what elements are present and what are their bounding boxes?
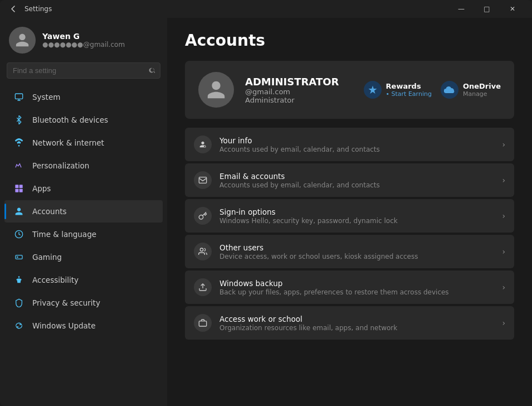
backup-title: Windows backup <box>219 279 494 288</box>
work-desc: Organization resources like email, apps,… <box>219 324 494 332</box>
onedrive-action[interactable]: OneDrive Manage <box>441 81 501 99</box>
sidebar-item-accounts[interactable]: Accounts <box>4 200 163 223</box>
onedrive-label: OneDrive <box>463 82 501 90</box>
onedrive-sub: Manage <box>463 90 501 98</box>
work-icon <box>194 314 212 332</box>
sidebar-user: Yawen G ●●●●●●●@gmail.com <box>0 18 167 60</box>
window-title: Settings <box>25 5 448 13</box>
user-name: Yawen G <box>42 32 125 41</box>
gaming-icon <box>13 252 25 263</box>
sidebar-item-label: Accessibility <box>32 276 79 284</box>
sidebar-item-label: Accounts <box>32 207 67 216</box>
nav-list: System Bluetooth & devices Network & int… <box>0 85 167 337</box>
key-icon <box>194 207 212 225</box>
sidebar-item-label: Personalization <box>32 161 89 170</box>
user-email: ●●●●●●●@gmail.com <box>42 41 125 49</box>
sidebar-item-label: Network & internet <box>32 138 104 147</box>
rewards-action[interactable]: Rewards • Start Earning <box>364 81 432 99</box>
backup-icon <box>194 278 212 296</box>
signin-desc: Windows Hello, security key, password, d… <box>219 217 494 225</box>
work-title: Access work or school <box>219 315 494 323</box>
search-box <box>7 62 160 79</box>
other-users-title: Other users <box>219 243 494 252</box>
close-button[interactable]: ✕ <box>500 0 525 18</box>
svg-point-9 <box>200 248 203 251</box>
settings-item-backup[interactable]: Windows backup Back up your files, apps,… <box>185 270 514 304</box>
sidebar-item-gaming[interactable]: Gaming <box>4 246 163 268</box>
profile-role: Administrator <box>245 96 353 104</box>
other-users-desc: Device access, work or school users, kio… <box>219 253 494 260</box>
settings-item-email[interactable]: Email & accounts Accounts used by email,… <box>185 163 514 197</box>
svg-rect-3 <box>15 189 18 192</box>
email-desc: Accounts used by email, calendar, and co… <box>219 181 494 189</box>
svg-rect-4 <box>19 189 23 192</box>
profile-card: ADMINISTRATOR @gmail.com Administrator R… <box>185 61 514 119</box>
chevron-right-icon: › <box>502 211 505 220</box>
privacy-icon <box>13 297 25 308</box>
email-icon <box>194 171 212 189</box>
avatar <box>9 27 36 54</box>
your-info-title: Your info <box>219 136 494 145</box>
sidebar-item-label: Windows Update <box>32 321 95 330</box>
accounts-icon <box>13 206 25 217</box>
main-content: Accounts ADMINISTRATOR @gmail.com Admini… <box>167 18 532 406</box>
minimize-button[interactable]: — <box>448 0 474 18</box>
sidebar-item-accessibility[interactable]: Accessibility <box>4 269 163 291</box>
sidebar-item-privacy[interactable]: Privacy & security <box>4 292 163 314</box>
sidebar-item-label: Privacy & security <box>32 298 100 307</box>
system-icon <box>13 91 25 103</box>
content-area: Yawen G ●●●●●●●@gmail.com System <box>0 18 532 406</box>
sidebar-item-personalization[interactable]: Personalization <box>4 154 163 177</box>
network-icon <box>13 137 25 148</box>
sidebar-item-update[interactable]: Windows Update <box>4 315 163 337</box>
other-users-text: Other users Device access, work or schoo… <box>219 243 494 260</box>
rewards-icon <box>364 81 382 99</box>
svg-rect-0 <box>15 94 22 99</box>
onedrive-text: OneDrive Manage <box>463 82 501 98</box>
other-users-icon <box>194 243 212 260</box>
sidebar-item-network[interactable]: Network & internet <box>4 132 163 154</box>
user-info: Yawen G ●●●●●●●@gmail.com <box>42 32 125 49</box>
window-controls: — □ ✕ <box>448 0 525 18</box>
your-info-icon <box>194 136 212 153</box>
svg-rect-11 <box>199 321 206 326</box>
sidebar-item-time[interactable]: Time & language <box>4 223 163 245</box>
sidebar-item-label: Bluetooth & devices <box>32 115 108 124</box>
signin-text: Sign-in options Windows Hello, security … <box>219 207 494 225</box>
settings-item-signin[interactable]: Sign-in options Windows Hello, security … <box>185 199 514 233</box>
backup-text: Windows backup Back up your files, apps,… <box>219 279 494 296</box>
sidebar-item-label: Time & language <box>32 230 96 239</box>
accessibility-icon <box>13 274 25 286</box>
back-button[interactable] <box>7 2 20 16</box>
sidebar: Yawen G ●●●●●●●@gmail.com System <box>0 18 167 406</box>
chevron-right-icon: › <box>502 318 505 327</box>
rewards-text: Rewards • Start Earning <box>386 82 432 98</box>
rewards-sub: • Start Earning <box>386 90 432 98</box>
settings-item-your-info[interactable]: Your info Accounts used by email, calend… <box>185 128 514 161</box>
profile-info: ADMINISTRATOR @gmail.com Administrator <box>245 76 353 104</box>
sidebar-item-system[interactable]: System <box>4 86 163 108</box>
svg-rect-2 <box>19 185 23 188</box>
maximize-button[interactable]: □ <box>474 0 500 18</box>
svg-point-6 <box>18 276 20 278</box>
search-icon <box>149 66 156 75</box>
sidebar-item-apps[interactable]: Apps <box>4 177 163 200</box>
sidebar-item-label: System <box>32 93 60 102</box>
search-input[interactable] <box>7 62 160 79</box>
settings-list: Your info Accounts used by email, calend… <box>185 128 514 340</box>
window: Settings — □ ✕ Yawen G ●●●●●●●@gmail.com <box>0 0 532 406</box>
profile-avatar <box>198 72 234 108</box>
email-text: Email & accounts Accounts used by email,… <box>219 172 494 189</box>
chevron-right-icon: › <box>502 283 505 292</box>
update-icon <box>13 320 25 331</box>
sidebar-item-label: Apps <box>32 184 51 193</box>
settings-item-work[interactable]: Access work or school Organization resou… <box>185 306 514 340</box>
personalization-icon <box>13 160 25 171</box>
signin-title: Sign-in options <box>219 207 494 216</box>
svg-rect-8 <box>199 177 206 183</box>
chevron-right-icon: › <box>502 140 505 149</box>
bluetooth-icon <box>13 114 25 125</box>
sidebar-item-bluetooth[interactable]: Bluetooth & devices <box>4 109 163 131</box>
titlebar: Settings — □ ✕ <box>0 0 532 18</box>
settings-item-other-users[interactable]: Other users Device access, work or schoo… <box>185 235 514 268</box>
